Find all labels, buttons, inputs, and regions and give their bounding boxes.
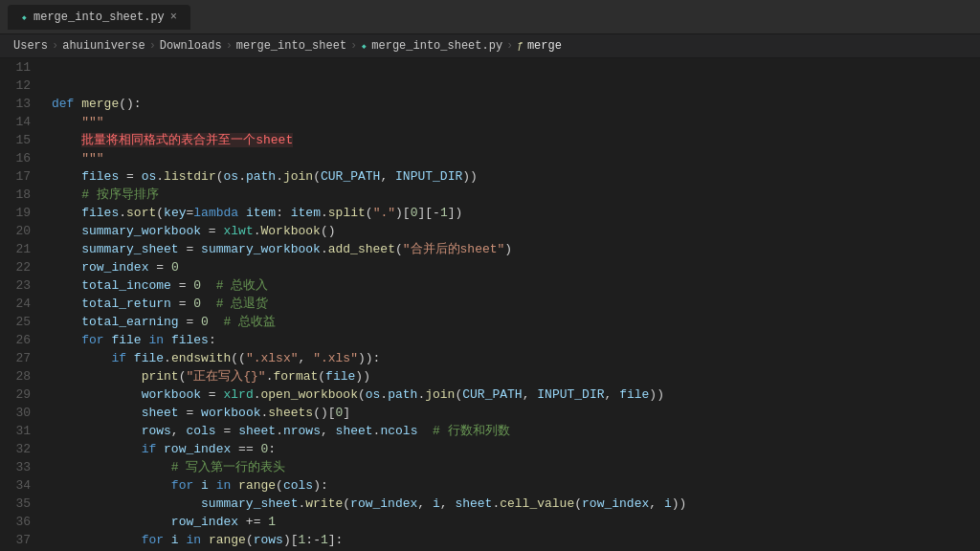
line-number: 26 [0, 331, 40, 349]
tab-label: merge_into_sheet.py [33, 11, 165, 24]
line-number: 22 [0, 258, 40, 276]
breadcrumb-ahuiuniverse[interactable]: ahuiuniverse [62, 39, 145, 53]
python-file-icon: ⬥ [21, 11, 28, 23]
code-line: row_index += 1 [52, 513, 980, 531]
line-number: 16 [0, 149, 40, 167]
line-number: 18 [0, 186, 40, 204]
python-icon: ⬥ [361, 40, 368, 52]
line-number: 33 [0, 458, 40, 476]
code-line: total_income = 0 # 总收入 [52, 276, 980, 295]
code-line: 批量将相同格式的表合并至一个sheet [52, 131, 980, 149]
sep5: › [506, 39, 513, 53]
code-line: """ [52, 113, 980, 131]
line-number: 28 [0, 367, 40, 386]
line-number: 27 [0, 349, 40, 367]
code-line: # 去掉第一行表头和最后一行汇总 [52, 549, 980, 550]
code-line: rows, cols = sheet.nrows, sheet.ncols # … [52, 422, 980, 440]
code-line: # 写入第一行的表头 [52, 458, 980, 476]
code-line: def merge(): [52, 95, 980, 113]
line-numbers-gutter: 1112131415161718192021222324252627282930… [0, 58, 40, 550]
file-tab[interactable]: ⬥ merge_into_sheet.py × [8, 5, 190, 30]
code-line: for file in files: [52, 331, 980, 349]
code-line: sheet = workbook.sheets()[0] [52, 404, 980, 422]
breadcrumb-users[interactable]: Users [13, 39, 48, 53]
title-bar: ⬥ merge_into_sheet.py × [0, 0, 980, 34]
code-line: if row_index == 0: [52, 440, 980, 458]
code-line: print("正在写入{}".format(file)) [52, 367, 980, 386]
code-line: summary_sheet.write(row_index, i, sheet.… [52, 495, 980, 513]
line-number: 19 [0, 204, 40, 222]
line-number: 12 [0, 77, 40, 95]
line-number: 32 [0, 440, 40, 458]
code-line: """ [52, 149, 980, 167]
line-number: 17 [0, 167, 40, 186]
code-line: for i in range(cols): [52, 476, 980, 495]
line-number: 14 [0, 113, 40, 131]
sep3: › [226, 39, 233, 53]
breadcrumb-file[interactable]: merge_into_sheet.py [371, 39, 502, 53]
line-number: 13 [0, 95, 40, 113]
code-line: summary_sheet = summary_workbook.add_she… [52, 240, 980, 258]
code-line: files.sort(key=lambda item: item.split("… [52, 204, 980, 222]
code-area[interactable]: def merge(): """ 批量将相同格式的表合并至一个sheet """… [40, 58, 980, 550]
line-number: 15 [0, 131, 40, 149]
line-number: 24 [0, 295, 40, 313]
line-number: 30 [0, 404, 40, 422]
breadcrumb-folder[interactable]: merge_into_sheet [236, 39, 346, 53]
sep4: › [350, 39, 357, 53]
sep2: › [149, 39, 156, 53]
line-number: 29 [0, 386, 40, 404]
line-number: 35 [0, 495, 40, 513]
line-number: 31 [0, 422, 40, 440]
breadcrumb-downloads[interactable]: Downloads [160, 39, 222, 53]
line-number: 23 [0, 276, 40, 295]
line-number: 25 [0, 313, 40, 331]
code-line: summary_workbook = xlwt.Workbook() [52, 222, 980, 240]
breadcrumb-function[interactable]: merge [527, 39, 562, 53]
line-number: 34 [0, 476, 40, 495]
line-number: 36 [0, 513, 40, 531]
line-number: 37 [0, 531, 40, 549]
code-line: if file.endswith((".xlsx", ".xls")): [52, 349, 980, 367]
line-number: 11 [0, 58, 40, 77]
function-icon: ƒ [517, 40, 523, 52]
line-number: 21 [0, 240, 40, 258]
line-number: 38 [0, 549, 40, 550]
code-line: total_earning = 0 # 总收益 [52, 313, 980, 331]
code-line: for i in range(rows)[1:-1]: [52, 531, 980, 549]
line-number: 20 [0, 222, 40, 240]
code-line: files = os.listdir(os.path.join(CUR_PATH… [52, 167, 980, 186]
code-line: total_return = 0 # 总退货 [52, 295, 980, 313]
sep1: › [52, 39, 58, 53]
code-line: workbook = xlrd.open_workbook(os.path.jo… [52, 386, 980, 404]
code-line: row_index = 0 [52, 258, 980, 276]
tab-close-button[interactable]: × [170, 11, 177, 24]
code-line: # 按序导排序 [52, 186, 980, 204]
breadcrumb: Users › ahuiuniverse › Downloads › merge… [0, 34, 980, 58]
editor: 1112131415161718192021222324252627282930… [0, 58, 980, 550]
